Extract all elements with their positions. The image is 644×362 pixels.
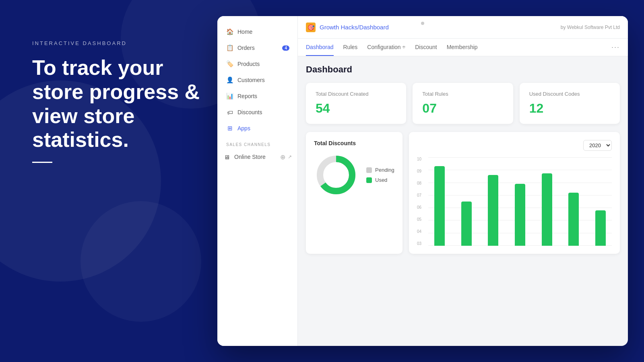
bar-apr xyxy=(488,175,498,246)
home-icon: 🏠 xyxy=(226,28,233,35)
donut-chart-title: Total Discounts xyxy=(314,140,394,146)
tab-dashboard[interactable]: Dashborad xyxy=(306,39,334,56)
app-header: 🎯 Growth Hacks/Dashboard by Webkul Softw… xyxy=(298,16,628,39)
tab-membership[interactable]: Membership xyxy=(447,39,478,56)
donut-chart-card: Total Discounts Pending xyxy=(306,132,402,254)
sidebar-item-discounts-label: Discounts xyxy=(237,109,262,115)
header-brand: Growth Hacks xyxy=(320,24,357,31)
apps-icon: ⊞ xyxy=(226,125,233,132)
dashboard-body: Dashboard Total Discount Created 54 Tota… xyxy=(298,56,628,346)
y-label-10: 10 xyxy=(417,157,428,161)
y-label-03: 03 xyxy=(417,242,428,246)
orders-badge: 4 xyxy=(282,45,289,51)
donut-container: Pending Used xyxy=(314,153,394,197)
stat-value-used-discount: 12 xyxy=(529,101,610,116)
pending-label: Pending xyxy=(375,167,394,173)
sidebar-item-home-label: Home xyxy=(237,29,252,35)
sidebar-item-discounts[interactable]: 🏷 Discounts xyxy=(221,105,294,120)
y-label-06: 06 xyxy=(417,206,428,210)
tab-membership-label: Membership xyxy=(447,44,478,50)
donut-svg xyxy=(314,153,358,197)
stat-value-total-rules: 07 xyxy=(422,101,503,116)
sidebar-item-orders-label: Orders xyxy=(237,45,255,51)
tab-configuration-label: Configuration ÷ xyxy=(367,44,405,50)
y-label-09: 09 xyxy=(417,169,428,173)
y-label-05: 05 xyxy=(417,218,428,222)
left-panel-label: INTERACTIVE DASHBOARD xyxy=(32,40,201,46)
bar-group-apr xyxy=(482,157,505,246)
bar-group-oct xyxy=(589,157,612,246)
sidebar-item-products-label: Products xyxy=(237,61,260,67)
legend-used: Used xyxy=(366,177,394,183)
bar-jan xyxy=(434,166,445,246)
y-label-08: 08 xyxy=(417,181,428,185)
products-icon: 🏷️ xyxy=(226,60,233,68)
customers-icon: 👤 xyxy=(226,76,233,84)
sidebar-item-home[interactable]: 🏠 Home xyxy=(221,24,294,39)
window-dots xyxy=(421,22,424,25)
stat-label-total-rules: Total Rules xyxy=(422,91,503,97)
legend-pending: Pending xyxy=(366,167,394,173)
orders-icon: 📋 xyxy=(226,44,233,51)
used-dot xyxy=(366,177,372,183)
used-label: Used xyxy=(375,177,387,183)
bars-container xyxy=(428,157,612,246)
header-page: Dashboard xyxy=(359,24,388,31)
bar-group-may xyxy=(509,157,532,246)
online-store-label: Online Store xyxy=(234,154,266,160)
sidebar-item-reports[interactable]: 📊 Reports xyxy=(221,88,294,104)
tab-configuration[interactable]: Configuration ÷ xyxy=(367,39,405,56)
tab-rules-label: Rules xyxy=(343,44,358,50)
sidebar-item-online-store[interactable]: 🖥 Online Store xyxy=(223,149,280,165)
tab-dashboard-label: Dashborad xyxy=(306,44,334,50)
header-byline: by Webkul Software Pvt Ltd xyxy=(561,25,620,30)
sidebar-item-apps-label: Apps xyxy=(237,125,250,132)
main-window: 🏠 Home 📋 Orders 4 🏷️ Products 👤 Customer… xyxy=(217,16,628,346)
donut-legend: Pending Used xyxy=(366,167,394,183)
tabs-bar: Dashborad Rules Configuration ÷ Discount… xyxy=(298,39,628,56)
window-dot-1 xyxy=(421,22,424,25)
content-area: 🎯 Growth Hacks/Dashboard by Webkul Softw… xyxy=(298,16,628,346)
pending-dot xyxy=(366,167,372,173)
sidebar-nav: 🏠 Home 📋 Orders 4 🏷️ Products 👤 Customer… xyxy=(217,24,297,136)
reports-icon: 📊 xyxy=(226,93,233,100)
sidebar-item-reports-label: Reports xyxy=(237,93,257,99)
bar-group-jan xyxy=(428,157,451,246)
left-panel-headline: To track your store progress & view stor… xyxy=(32,56,201,152)
bar-chart-card: 2020 2019 2018 10 09 08 07 06 xyxy=(409,132,620,254)
bar-group-feb xyxy=(455,157,478,246)
sidebar-item-customers[interactable]: 👤 Customers xyxy=(221,72,294,88)
bar-may xyxy=(515,184,525,246)
discounts-icon: 🏷 xyxy=(226,109,233,116)
sidebar-item-apps[interactable]: ⊞ Apps xyxy=(221,121,294,136)
left-panel-divider xyxy=(32,162,52,163)
brand-icon: 🎯 xyxy=(306,23,316,32)
online-store-icon: 🖥 xyxy=(223,153,230,160)
bar-card-header: 2020 2019 2018 xyxy=(417,140,612,151)
bar-chart-wrapper: 10 09 08 07 06 05 04 03 xyxy=(417,157,612,246)
tabs-more-button[interactable]: ··· xyxy=(611,43,620,51)
stat-card-total-discount: Total Discount Created 54 xyxy=(306,83,406,124)
header-title: Growth Hacks/Dashboard xyxy=(320,24,389,31)
tab-discount-label: Discount xyxy=(415,44,437,50)
bar-aug xyxy=(568,193,579,246)
y-label-04: 04 xyxy=(417,230,428,234)
bar-group-aug xyxy=(562,157,585,246)
brand-icon-emoji: 🎯 xyxy=(308,24,314,31)
sidebar-item-products[interactable]: 🏷️ Products xyxy=(221,56,294,72)
tab-rules[interactable]: Rules xyxy=(343,39,358,56)
sidebar: 🏠 Home 📋 Orders 4 🏷️ Products 👤 Customer… xyxy=(217,16,298,346)
sidebar-item-orders[interactable]: 📋 Orders 4 xyxy=(221,40,294,56)
tab-discount[interactable]: Discount xyxy=(415,39,437,56)
left-panel: INTERACTIVE DASHBOARD To track your stor… xyxy=(32,40,201,163)
year-select[interactable]: 2020 2019 2018 xyxy=(583,140,612,151)
y-label-07: 07 xyxy=(417,193,428,197)
stat-label-total-discount: Total Discount Created xyxy=(316,91,396,97)
bar-group-jul xyxy=(535,157,558,246)
dashboard-title: Dashboard xyxy=(306,64,620,75)
stats-row: Total Discount Created 54 Total Rules 07… xyxy=(306,83,620,124)
bar-feb xyxy=(461,202,472,246)
add-channel-icon[interactable]: ⊕ xyxy=(280,153,285,161)
external-link-icon[interactable]: ↗ xyxy=(288,154,292,160)
bar-jul xyxy=(542,173,552,246)
